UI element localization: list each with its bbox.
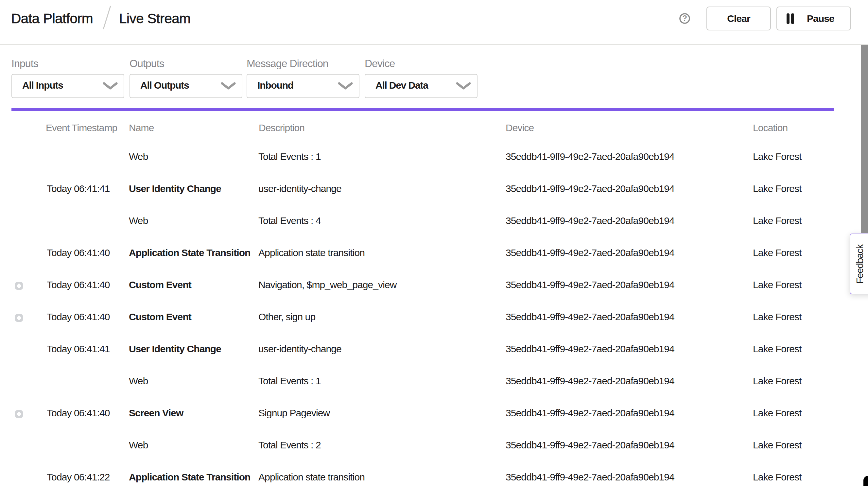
svg-text:?: ? (682, 14, 687, 23)
